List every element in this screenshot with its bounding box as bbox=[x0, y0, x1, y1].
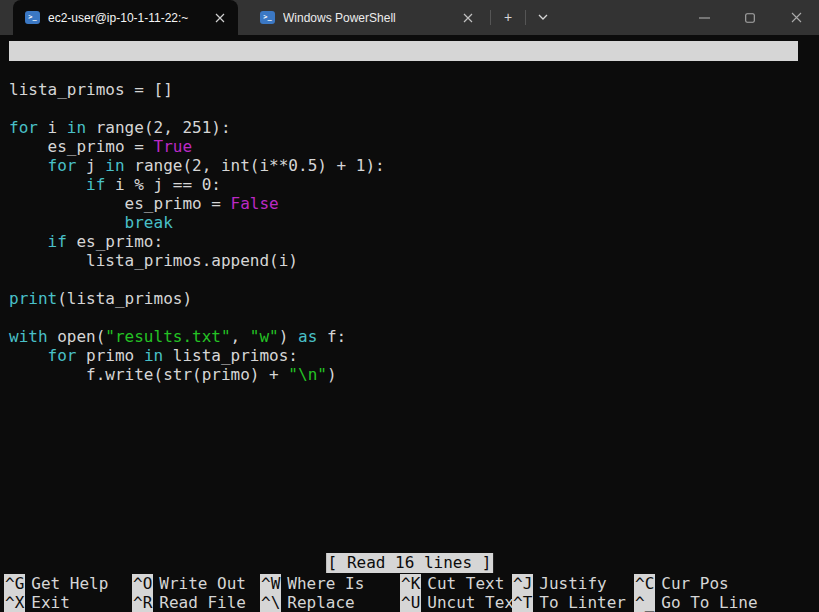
code-line: f.write(str(primo) + "\n") bbox=[9, 365, 809, 384]
nano-shortcut-bar: ^GGet Help^OWrite Out^WWhere Is^KCut Tex… bbox=[0, 574, 819, 612]
code-line bbox=[9, 308, 809, 327]
tab-divider bbox=[525, 10, 526, 25]
shortcut-key: ^J bbox=[512, 574, 533, 593]
editor-code-area[interactable]: lista_primos = [] for i in range(2, 251)… bbox=[9, 80, 809, 384]
nano-shortcut: ^OWrite Out bbox=[132, 574, 246, 593]
shortcut-key: ^O bbox=[132, 574, 153, 593]
shortcut-key: ^R bbox=[132, 593, 153, 612]
code-line bbox=[9, 270, 809, 289]
tab-windows-powershell[interactable]: >_ Windows PowerShell bbox=[248, 0, 486, 35]
nano-status-message: [ Read 16 lines ] bbox=[326, 553, 494, 573]
shortcut-key: ^C bbox=[634, 574, 655, 593]
maximize-icon bbox=[745, 13, 755, 23]
nano-shortcut: ^WWhere Is bbox=[260, 574, 364, 593]
close-tab-icon[interactable] bbox=[460, 10, 476, 26]
shortcut-label: Exit bbox=[31, 593, 70, 612]
tab-title: Windows PowerShell bbox=[283, 11, 452, 25]
minimize-button[interactable] bbox=[681, 0, 727, 35]
nano-shortcut: ^CCur Pos bbox=[634, 574, 729, 593]
nano-shortcut: ^_Go To Line bbox=[634, 593, 758, 612]
shortcut-key: ^T bbox=[512, 593, 533, 612]
terminal-window: >_ ec2-user@ip-10-1-11-22:~ >_ Windows P… bbox=[0, 0, 819, 612]
chevron-down-icon bbox=[538, 14, 548, 20]
code-line: for i in range(2, 251): bbox=[9, 118, 809, 137]
terminal-pane[interactable]: GNU nano 2.9.8 script.py lista_primos = … bbox=[0, 35, 819, 612]
shortcut-label: Uncut Text bbox=[427, 593, 523, 612]
powershell-icon: >_ bbox=[260, 11, 275, 24]
titlebar: >_ ec2-user@ip-10-1-11-22:~ >_ Windows P… bbox=[0, 0, 819, 35]
shortcut-label: Cur Pos bbox=[661, 574, 728, 593]
close-button[interactable] bbox=[773, 0, 819, 35]
code-line: if i % j == 0: bbox=[9, 175, 809, 194]
nano-shortcut: ^UUncut Text bbox=[400, 593, 524, 612]
nano-shortcut: ^RRead File bbox=[132, 593, 246, 612]
tab-divider bbox=[490, 10, 491, 25]
tab-title: ec2-user@ip-10-1-11-22:~ bbox=[48, 11, 204, 25]
shortcut-label: Read File bbox=[159, 593, 246, 612]
nano-shortcut: ^GGet Help bbox=[4, 574, 108, 593]
nano-shortcut: ^KCut Text bbox=[400, 574, 504, 593]
shortcut-label: Go To Line bbox=[661, 593, 757, 612]
shortcut-key: ^U bbox=[400, 593, 421, 612]
code-line: break bbox=[9, 213, 809, 232]
shortcut-label: Write Out bbox=[159, 574, 246, 593]
close-tab-icon[interactable] bbox=[212, 10, 228, 26]
minimize-icon bbox=[699, 17, 710, 19]
shortcut-key: ^\ bbox=[260, 593, 281, 612]
maximize-button[interactable] bbox=[727, 0, 773, 35]
nano-titlebar: GNU nano 2.9.8 script.py bbox=[9, 41, 798, 61]
shortcut-label: Where Is bbox=[287, 574, 364, 593]
nano-version-label: GNU nano 2.9.8 bbox=[25, 61, 160, 81]
powershell-icon: >_ bbox=[25, 11, 40, 24]
code-line: for j in range(2, int(i**0.5) + 1): bbox=[9, 156, 809, 175]
shortcut-key: ^W bbox=[260, 574, 281, 593]
new-tab-button[interactable]: + bbox=[495, 4, 521, 30]
code-line: es_primo = False bbox=[9, 194, 809, 213]
code-line: with open("results.txt", "w") as f: bbox=[9, 327, 809, 346]
shortcut-label: Replace bbox=[287, 593, 354, 612]
shortcut-key: ^G bbox=[4, 574, 25, 593]
shortcut-label: Cut Text bbox=[427, 574, 504, 593]
code-line: for primo in lista_primos: bbox=[9, 346, 809, 365]
code-line: if es_primo: bbox=[9, 232, 809, 251]
nano-shortcut: ^TTo Linter bbox=[512, 593, 626, 612]
shortcut-label: To Linter bbox=[539, 593, 626, 612]
nano-shortcut: ^\Replace bbox=[260, 593, 355, 612]
shortcut-label: Get Help bbox=[31, 574, 108, 593]
shortcut-label: Justify bbox=[539, 574, 606, 593]
shortcut-key: ^K bbox=[400, 574, 421, 593]
shortcut-key: ^X bbox=[4, 593, 25, 612]
code-line: es_primo = True bbox=[9, 137, 809, 156]
nano-shortcut: ^JJustify bbox=[512, 574, 607, 593]
code-line bbox=[9, 99, 809, 118]
close-icon bbox=[791, 12, 802, 23]
code-line: lista_primos = [] bbox=[9, 80, 809, 99]
shortcut-key: ^_ bbox=[634, 593, 655, 612]
nano-shortcut: ^XExit bbox=[4, 593, 70, 612]
tab-dropdown-button[interactable] bbox=[530, 4, 556, 30]
code-line: print(lista_primos) bbox=[9, 289, 809, 308]
caption-buttons bbox=[681, 0, 819, 35]
code-line: lista_primos.append(i) bbox=[9, 251, 809, 270]
tab-ec2-session[interactable]: >_ ec2-user@ip-10-1-11-22:~ bbox=[13, 0, 238, 35]
